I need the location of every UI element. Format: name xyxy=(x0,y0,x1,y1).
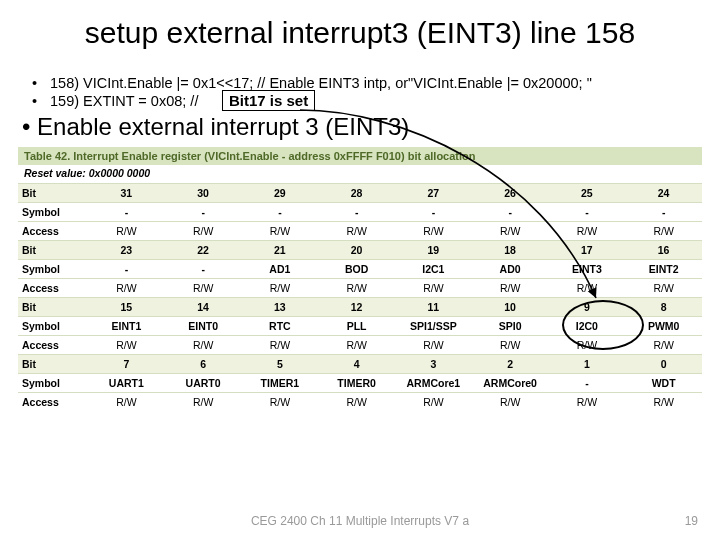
access-cell: R/W xyxy=(549,279,626,298)
access-cell: R/W xyxy=(318,336,395,355)
bit-cell: 18 xyxy=(472,241,549,260)
symbol-cell: PWM0 xyxy=(625,317,702,336)
symbol-cell: - xyxy=(318,203,395,222)
row-label-symbol: Symbol xyxy=(18,203,88,222)
access-cell: R/W xyxy=(395,336,472,355)
access-cell: R/W xyxy=(165,393,242,412)
bit-cell: 7 xyxy=(88,355,165,374)
access-cell: R/W xyxy=(165,279,242,298)
symbol-cell: - xyxy=(472,203,549,222)
symbol-cell: - xyxy=(165,203,242,222)
symbol-cell: RTC xyxy=(242,317,319,336)
register-table-wrap: Table 42. Interrupt Enable register (VIC… xyxy=(18,147,702,411)
symbol-cell: ARMCore1 xyxy=(395,374,472,393)
symbol-cell: I2C0 xyxy=(549,317,626,336)
bit-cell: 1 xyxy=(549,355,626,374)
access-cell: R/W xyxy=(472,393,549,412)
access-cell: R/W xyxy=(549,222,626,241)
bit-cell: 6 xyxy=(165,355,242,374)
symbol-cell: ARMCore0 xyxy=(472,374,549,393)
symbol-cell: SPI1/SSP xyxy=(395,317,472,336)
symbol-cell: - xyxy=(549,374,626,393)
bit-cell: 21 xyxy=(242,241,319,260)
row-label-access: Access xyxy=(18,279,88,298)
bit-cell: 22 xyxy=(165,241,242,260)
access-cell: R/W xyxy=(472,336,549,355)
access-cell: R/W xyxy=(165,222,242,241)
access-cell: R/W xyxy=(395,222,472,241)
access-cell: R/W xyxy=(165,336,242,355)
row-label-bit: Bit xyxy=(18,298,88,317)
access-cell: R/W xyxy=(318,393,395,412)
bit-cell: 10 xyxy=(472,298,549,317)
access-cell: R/W xyxy=(88,393,165,412)
register-table: Bit3130292827262524Symbol--------AccessR… xyxy=(18,183,702,411)
row-label-access: Access xyxy=(18,336,88,355)
bit-cell: 25 xyxy=(549,184,626,203)
access-cell: R/W xyxy=(318,279,395,298)
access-cell: R/W xyxy=(318,222,395,241)
access-cell: R/W xyxy=(625,279,702,298)
access-cell: R/W xyxy=(242,393,319,412)
slide-title: setup external interrupt3 (EINT3) line 1… xyxy=(18,16,702,49)
access-cell: R/W xyxy=(242,222,319,241)
access-cell: R/W xyxy=(88,336,165,355)
symbol-cell: UART0 xyxy=(165,374,242,393)
bit-cell: 8 xyxy=(625,298,702,317)
symbol-cell: - xyxy=(625,203,702,222)
symbol-cell: - xyxy=(549,203,626,222)
row-label-access: Access xyxy=(18,393,88,412)
symbol-cell: EINT1 xyxy=(88,317,165,336)
symbol-cell: - xyxy=(165,260,242,279)
access-cell: R/W xyxy=(242,279,319,298)
row-label-access: Access xyxy=(18,222,88,241)
bit-cell: 23 xyxy=(88,241,165,260)
bit-cell: 19 xyxy=(395,241,472,260)
symbol-cell: TIMER1 xyxy=(242,374,319,393)
bit-cell: 5 xyxy=(242,355,319,374)
bit-cell: 17 xyxy=(549,241,626,260)
row-label-symbol: Symbol xyxy=(18,317,88,336)
enable-heading: Enable external interrupt 3 (EINT3) xyxy=(22,113,702,141)
symbol-cell: UART1 xyxy=(88,374,165,393)
bit-cell: 31 xyxy=(88,184,165,203)
footer-text: CEG 2400 Ch 11 Multiple Interrupts V7 a xyxy=(0,514,720,528)
bit-cell: 9 xyxy=(549,298,626,317)
table-reset: Reset value: 0x0000 0000 xyxy=(18,165,702,183)
symbol-cell: WDT xyxy=(625,374,702,393)
row-label-bit: Bit xyxy=(18,241,88,260)
bit-cell: 2 xyxy=(472,355,549,374)
symbol-cell: EINT3 xyxy=(549,260,626,279)
bit-cell: 28 xyxy=(318,184,395,203)
row-label-symbol: Symbol xyxy=(18,374,88,393)
symbol-cell: I2C1 xyxy=(395,260,472,279)
symbol-cell: PLL xyxy=(318,317,395,336)
bit-cell: 24 xyxy=(625,184,702,203)
bit-cell: 20 xyxy=(318,241,395,260)
bit-cell: 12 xyxy=(318,298,395,317)
code-bullets: 158) VICInt.Enable |= 0x1<<17; // Enable… xyxy=(28,75,702,109)
table-caption: Table 42. Interrupt Enable register (VIC… xyxy=(18,147,702,165)
symbol-cell: SPI0 xyxy=(472,317,549,336)
bit-cell: 11 xyxy=(395,298,472,317)
bit-cell: 29 xyxy=(242,184,319,203)
symbol-cell: - xyxy=(242,203,319,222)
access-cell: R/W xyxy=(549,336,626,355)
bit-cell: 13 xyxy=(242,298,319,317)
access-cell: R/W xyxy=(88,279,165,298)
bit-cell: 26 xyxy=(472,184,549,203)
code-line-158: 158) VICInt.Enable |= 0x1<<17; // Enable… xyxy=(28,75,702,91)
bit-cell: 14 xyxy=(165,298,242,317)
row-label-bit: Bit xyxy=(18,355,88,374)
access-cell: R/W xyxy=(472,279,549,298)
page-number: 19 xyxy=(685,514,698,528)
access-cell: R/W xyxy=(625,336,702,355)
bit-cell: 27 xyxy=(395,184,472,203)
code-line-159: 159) EXTINT = 0x08; // xyxy=(28,93,702,109)
access-cell: R/W xyxy=(242,336,319,355)
slide: setup external interrupt3 (EINT3) line 1… xyxy=(0,0,720,540)
symbol-cell: AD1 xyxy=(242,260,319,279)
row-label-bit: Bit xyxy=(18,184,88,203)
bit-cell: 16 xyxy=(625,241,702,260)
symbol-cell: BOD xyxy=(318,260,395,279)
